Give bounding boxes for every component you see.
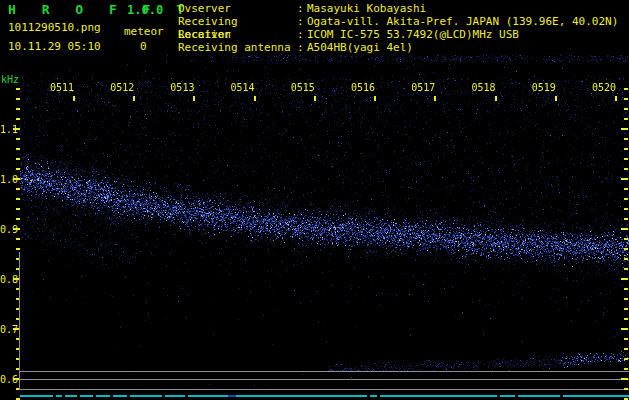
freq-tick-major	[621, 278, 628, 280]
freq-tick-minor	[624, 218, 628, 220]
freq-tick-minor	[624, 158, 628, 160]
freq-tick-minor	[16, 148, 20, 150]
observation-datetime: 10.11.29 05:10	[8, 41, 101, 52]
freq-tick-label: 0.7	[0, 324, 14, 334]
separator: :	[297, 15, 307, 28]
observer-value: Masayuki Kobayashi	[307, 2, 426, 15]
freq-tick-minor	[624, 388, 628, 390]
freq-tick-minor	[624, 308, 628, 310]
freq-tick-minor	[16, 188, 20, 190]
freq-tick-minor	[624, 118, 628, 120]
freq-tick-minor	[624, 348, 628, 350]
time-tick-label: 0515	[290, 82, 315, 92]
freq-tick-minor	[16, 118, 20, 120]
separator: :	[297, 2, 307, 15]
freq-tick-minor	[624, 288, 628, 290]
freq-tick-label: 1.0	[0, 174, 14, 184]
freq-tick-minor	[624, 148, 628, 150]
freq-tick-minor	[16, 98, 20, 100]
receiver-row: Receiver : ICOM IC-575 53.7492(@LCD)MHz …	[178, 28, 618, 41]
time-tick-mark	[555, 96, 557, 101]
freq-tick-minor	[624, 238, 628, 240]
freq-tick-minor	[624, 338, 628, 340]
time-tick-mark	[434, 96, 436, 101]
app-version: 1.0.0	[127, 4, 163, 16]
freq-tick-minor	[16, 218, 20, 220]
time-tick-mark	[374, 96, 376, 101]
observer-row: Ovserver : Masayuki Kobayashi	[178, 2, 618, 15]
freq-tick-major	[621, 228, 628, 230]
freq-tick-major	[621, 178, 628, 180]
freq-tick-minor	[16, 168, 20, 170]
spectrogram-canvas	[20, 55, 629, 400]
time-tick-mark	[495, 96, 497, 101]
freq-tick-minor	[624, 298, 628, 300]
receiving-antenna-value: A504HB(yagi 4el)	[307, 41, 413, 54]
freq-tick-minor	[624, 258, 628, 260]
separator: :	[297, 41, 307, 54]
time-tick-mark	[254, 96, 256, 101]
hrofft-window: H R O F F T 1.0.0 1011290510.png meteor …	[0, 0, 629, 400]
time-tick-mark	[73, 96, 75, 101]
freq-tick-minor	[16, 138, 20, 140]
mode-label: meteor	[124, 26, 164, 37]
app-title: H R O F F T	[8, 3, 193, 16]
time-tick-label: 0513	[169, 82, 194, 92]
freq-tick-minor	[624, 188, 628, 190]
freq-tick-label: 0.6	[0, 374, 14, 384]
freq-axis-unit-label: kHz	[1, 75, 19, 85]
freq-tick-minor	[624, 318, 628, 320]
observation-info: Ovserver : Masayuki Kobayashi Receiving …	[178, 2, 618, 54]
freq-tick-minor	[16, 88, 20, 90]
freq-tick-major	[621, 328, 628, 330]
freq-tick-label: 1.1	[0, 124, 14, 134]
freq-tick-minor	[624, 358, 628, 360]
separator: :	[297, 28, 307, 41]
receiving-location-row: Receiving Location : Ogata-vill. Akita-P…	[178, 15, 618, 28]
time-tick-mark	[193, 96, 195, 101]
freq-tick-minor	[16, 208, 20, 210]
time-tick-mark	[615, 96, 617, 101]
receiver-value: ICOM IC-575 53.7492(@LCD)MHz USB	[307, 28, 519, 41]
time-tick-label: 0516	[350, 82, 375, 92]
freq-tick-major	[621, 378, 628, 380]
freq-tick-minor	[624, 208, 628, 210]
time-tick-label: 0517	[410, 82, 435, 92]
freq-tick-label: 0.8	[0, 274, 14, 284]
time-tick-label: 0519	[531, 82, 556, 92]
freq-tick-major	[13, 178, 20, 180]
freq-tick-minor	[624, 88, 628, 90]
freq-tick-minor	[624, 268, 628, 270]
freq-tick-minor	[16, 108, 20, 110]
plot-left-border-line	[19, 252, 20, 390]
output-filename: 1011290510.png	[8, 22, 101, 33]
time-tick-mark	[314, 96, 316, 101]
freq-tick-major	[13, 228, 20, 230]
freq-tick-label: 0.9	[0, 224, 14, 234]
time-tick-mark	[133, 96, 135, 101]
time-tick-label: 0514	[230, 82, 255, 92]
freq-tick-minor	[624, 98, 628, 100]
freq-tick-minor	[624, 108, 628, 110]
time-tick-label: 0518	[471, 82, 496, 92]
freq-tick-minor	[624, 198, 628, 200]
freq-tick-minor	[624, 168, 628, 170]
freq-tick-minor	[16, 248, 20, 250]
receiving-antenna-label: Receiving antenna	[178, 41, 297, 54]
freq-tick-minor	[16, 238, 20, 240]
freq-tick-minor	[624, 368, 628, 370]
freq-tick-major	[13, 128, 20, 130]
receiver-label: Receiver	[178, 28, 297, 41]
freq-tick-minor	[624, 138, 628, 140]
meteor-count: 0	[140, 41, 147, 52]
freq-tick-minor	[16, 158, 20, 160]
time-tick-label: 0511	[49, 82, 74, 92]
time-tick-label: 0520	[591, 82, 616, 92]
freq-tick-minor	[624, 248, 628, 250]
freq-tick-major	[621, 128, 628, 130]
time-tick-label: 0512	[109, 82, 134, 92]
receiving-antenna-row: Receiving antenna : A504HB(yagi 4el)	[178, 41, 618, 54]
receiving-location-label: Receiving Location	[178, 15, 297, 28]
receiving-location-value: Ogata-vill. Akita-Pref. JAPAN (139.96E, …	[307, 15, 618, 28]
observer-label: Ovserver	[178, 2, 297, 15]
